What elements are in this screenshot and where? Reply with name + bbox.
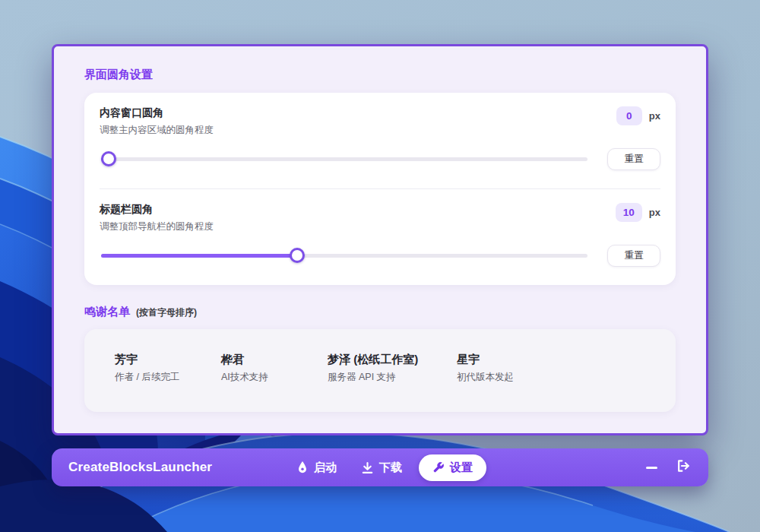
content-radius-slider[interactable]	[101, 147, 587, 170]
credit-role: 服务器 API 支持	[328, 371, 457, 384]
credit-name: 梦泽 (松纸工作室)	[328, 352, 457, 367]
wrench-icon	[432, 461, 445, 473]
setting-row-titlebar-radius: 标题栏圆角 调整顶部导航栏的圆角程度 10 px 重置	[100, 189, 660, 285]
desktop: 界面圆角设置 内容窗口圆角 调整主内容区域的圆角程度 0 px	[0, 0, 760, 532]
credit-role: 作者 / 后续完工	[115, 371, 221, 384]
slider-track[interactable]	[101, 254, 587, 258]
credit-role: 初代版本发起	[457, 371, 514, 384]
section-title-credits: 鸣谢名单	[84, 305, 130, 319]
download-icon	[361, 461, 374, 474]
slider-thumb[interactable]	[101, 151, 116, 166]
exit-button[interactable]	[675, 459, 692, 476]
credit-entry: 桦君 AI技术支持	[221, 352, 328, 412]
credits-sort-note: (按首字母排序)	[136, 306, 197, 319]
credit-entry: 星宇 初代版本发起	[457, 352, 514, 412]
credit-name: 芳宇	[115, 352, 221, 367]
credit-entry: 梦泽 (松纸工作室) 服务器 API 支持	[328, 352, 457, 412]
launcher-taskbar: CreateBlocksLauncher 启动 下载	[52, 448, 708, 486]
minimize-button[interactable]	[643, 459, 660, 476]
launch-label: 启动	[314, 461, 337, 475]
settings-window: 界面圆角设置 内容窗口圆角 调整主内容区域的圆角程度 0 px	[52, 44, 708, 435]
app-title: CreateBlocksLauncher	[68, 460, 212, 475]
settings-button[interactable]: 设置	[419, 454, 486, 481]
setting-description: 调整顶部导航栏的圆角程度	[100, 220, 214, 233]
unit-label: px	[649, 207, 660, 218]
window-controls	[643, 459, 692, 476]
exit-icon	[676, 458, 691, 477]
launch-button[interactable]: 启动	[289, 455, 344, 480]
download-label: 下载	[379, 461, 402, 475]
titlebar-radius-slider[interactable]	[101, 244, 587, 267]
taskbar-nav: 启动 下载 设置	[289, 454, 486, 481]
setting-label: 标题栏圆角	[100, 201, 214, 217]
settings-label: 设置	[450, 461, 473, 475]
reset-button[interactable]: 重置	[607, 148, 660, 170]
credits-card: 芳宇 作者 / 后续完工 桦君 AI技术支持 梦泽 (松纸工作室) 服务器 AP…	[84, 329, 676, 412]
credit-name: 桦君	[221, 352, 328, 367]
radius-settings-card: 内容窗口圆角 调整主内容区域的圆角程度 0 px 重置	[84, 93, 676, 285]
slider-fill	[101, 254, 297, 258]
section-title-radius: 界面圆角设置	[84, 68, 676, 82]
setting-label: 内容窗口圆角	[100, 105, 214, 120]
credit-role: AI技术支持	[221, 371, 328, 384]
setting-description: 调整主内容区域的圆角程度	[100, 123, 214, 137]
droplet-icon	[296, 461, 309, 474]
value-badge: 10	[616, 203, 642, 222]
setting-row-content-radius: 内容窗口圆角 调整主内容区域的圆角程度 0 px 重置	[100, 93, 660, 188]
credit-name: 星宇	[457, 352, 514, 367]
minimize-icon	[646, 467, 657, 469]
reset-button[interactable]: 重置	[607, 245, 660, 267]
credits-header: 鸣谢名单 (按首字母排序)	[84, 305, 676, 319]
credit-entry: 芳宇 作者 / 后续完工	[115, 352, 221, 412]
unit-label: px	[649, 110, 660, 122]
value-badge: 0	[616, 106, 642, 125]
slider-thumb[interactable]	[290, 248, 305, 263]
download-button[interactable]: 下载	[353, 455, 410, 480]
slider-track[interactable]	[101, 157, 587, 161]
